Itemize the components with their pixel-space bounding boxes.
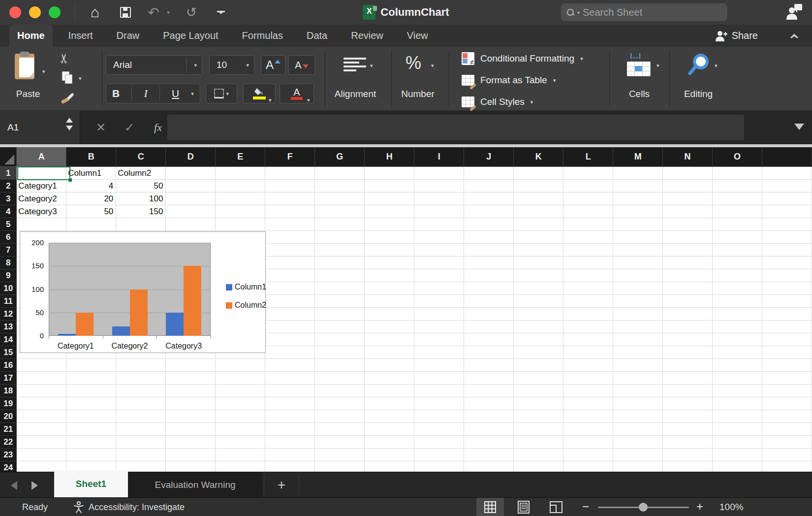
cell-G18[interactable] — [315, 385, 365, 397]
cell-O10[interactable] — [713, 282, 762, 295]
row-header-18[interactable]: 18 — [0, 385, 17, 397]
cell-H6[interactable] — [365, 231, 414, 244]
cell-I23[interactable] — [414, 449, 464, 461]
cell-H3[interactable] — [365, 193, 414, 205]
cell-M6[interactable] — [613, 231, 663, 244]
tab-draw[interactable]: Draw — [109, 25, 148, 47]
cell-G15[interactable] — [315, 346, 365, 359]
search-chevron-icon[interactable]: ▾ — [577, 10, 580, 15]
cell-partial-11[interactable] — [762, 295, 812, 308]
name-box[interactable]: A1 — [0, 111, 80, 144]
cell-O8[interactable] — [713, 257, 762, 269]
cell-K22[interactable] — [514, 436, 563, 449]
row-header-21[interactable]: 21 — [0, 423, 17, 436]
cell-partial-24[interactable] — [762, 461, 812, 472]
tab-formulas[interactable]: Formulas — [234, 25, 291, 47]
cell-L5[interactable] — [563, 218, 613, 231]
cell-F4[interactable] — [265, 205, 315, 218]
row-header-23[interactable]: 23 — [0, 449, 17, 461]
cell-G9[interactable] — [315, 269, 365, 282]
cell-J7[interactable] — [464, 244, 514, 257]
column-header-K[interactable]: K — [514, 147, 563, 167]
next-sheet-icon[interactable] — [31, 481, 38, 490]
cell-L7[interactable] — [563, 244, 613, 257]
cell-H23[interactable] — [365, 449, 414, 461]
percent-style-button[interactable]: % — [406, 53, 421, 73]
cell-K2[interactable] — [514, 180, 563, 193]
name-box-spinner[interactable] — [66, 118, 73, 130]
cell-F6[interactable] — [265, 231, 315, 244]
row-header-16[interactable]: 16 — [0, 359, 17, 372]
cell-L11[interactable] — [563, 295, 613, 308]
column-header-H[interactable]: H — [365, 147, 414, 167]
cell-K4[interactable] — [514, 205, 563, 218]
row-header-5[interactable]: 5 — [0, 218, 17, 231]
cell-partial-10[interactable] — [762, 282, 812, 295]
row-header-15[interactable]: 15 — [0, 346, 17, 359]
cell-D16[interactable] — [166, 359, 216, 372]
cell-F2[interactable] — [265, 180, 315, 193]
cell-E4[interactable] — [216, 205, 265, 218]
cell-K21[interactable] — [514, 423, 563, 436]
cell-N18[interactable] — [663, 385, 713, 397]
cell-I19[interactable] — [414, 397, 464, 410]
cell-K10[interactable] — [514, 282, 563, 295]
cell-N9[interactable] — [663, 269, 713, 282]
cell-partial-16[interactable] — [762, 359, 812, 372]
cell-M21[interactable] — [613, 423, 663, 436]
cell-M17[interactable] — [613, 372, 663, 385]
cell-N13[interactable] — [663, 321, 713, 333]
cell-C20[interactable] — [116, 410, 166, 423]
cell-E2[interactable] — [216, 180, 265, 193]
cell-K17[interactable] — [514, 372, 563, 385]
cell-O23[interactable] — [713, 449, 762, 461]
cell-N3[interactable] — [663, 193, 713, 205]
cell-partial-3[interactable] — [762, 193, 812, 205]
cell-K16[interactable] — [514, 359, 563, 372]
cell-M4[interactable] — [613, 205, 663, 218]
underline-dropdown-icon[interactable]: ▾ — [191, 91, 194, 97]
cell-K1[interactable] — [514, 167, 563, 180]
cell-partial-23[interactable] — [762, 449, 812, 461]
cell-J5[interactable] — [464, 218, 514, 231]
cell-L19[interactable] — [563, 397, 613, 410]
cell-O5[interactable] — [713, 218, 762, 231]
cell-K14[interactable] — [514, 333, 563, 346]
cell-H11[interactable] — [365, 295, 414, 308]
cell-F13[interactable] — [265, 321, 315, 333]
cell-A16[interactable] — [17, 359, 66, 372]
cell-L20[interactable] — [563, 410, 613, 423]
cell-E3[interactable] — [216, 193, 265, 205]
cell-K23[interactable] — [514, 449, 563, 461]
page-break-view-button[interactable] — [542, 498, 570, 516]
cell-L18[interactable] — [563, 385, 613, 397]
selected-cell-outline[interactable] — [17, 166, 70, 180]
column-header-G[interactable]: G — [315, 147, 365, 167]
bar-column2-category3[interactable] — [184, 266, 201, 336]
cell-G19[interactable] — [315, 397, 365, 410]
row-header-20[interactable]: 20 — [0, 410, 17, 423]
cell-M10[interactable] — [613, 282, 663, 295]
cell-E23[interactable] — [216, 449, 265, 461]
row-header-17[interactable]: 17 — [0, 372, 17, 385]
cell-A22[interactable] — [17, 436, 66, 449]
cell-I20[interactable] — [414, 410, 464, 423]
paste-dropdown-icon[interactable]: ▾ — [42, 68, 45, 75]
cell-M9[interactable] — [613, 269, 663, 282]
cell-A5[interactable] — [17, 218, 66, 231]
cell-G11[interactable] — [315, 295, 365, 308]
cell-O16[interactable] — [713, 359, 762, 372]
cell-partial-12[interactable] — [762, 308, 812, 321]
cell-partial-14[interactable] — [762, 333, 812, 346]
column-header-I[interactable]: I — [414, 147, 464, 167]
cell-I22[interactable] — [414, 436, 464, 449]
cell-M14[interactable] — [613, 333, 663, 346]
cell-E17[interactable] — [216, 372, 265, 385]
cell-I17[interactable] — [414, 372, 464, 385]
cell-I13[interactable] — [414, 321, 464, 333]
cell-D19[interactable] — [166, 397, 216, 410]
cell-G10[interactable] — [315, 282, 365, 295]
cell-partial-21[interactable] — [762, 423, 812, 436]
tab-data[interactable]: Data — [299, 25, 335, 47]
row-header-19[interactable]: 19 — [0, 397, 17, 410]
